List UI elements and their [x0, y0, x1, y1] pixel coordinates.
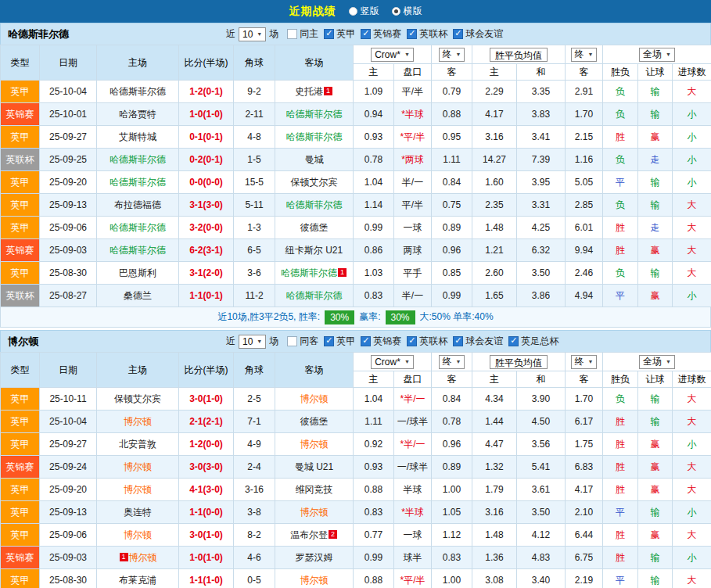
away-team-link[interactable]: 哈德斯菲尔德 — [286, 199, 343, 210]
home-team-link[interactable]: 巴恩斯利 — [119, 267, 156, 278]
away-team-link[interactable]: 维冈竞技 — [296, 484, 333, 495]
bookmaker-select[interactable]: Crow*▼ — [371, 355, 414, 369]
filter-checkbox-同主[interactable]: 同主 — [287, 27, 318, 41]
filter-checkbox-英甲[interactable]: 英甲 — [324, 335, 355, 348]
filter-checkbox-同客[interactable]: 同客 — [287, 335, 318, 348]
away-team-link[interactable]: 彼德堡 — [300, 222, 329, 233]
scope-select[interactable]: 全场▼ — [639, 355, 675, 369]
chevron-down-icon: ▼ — [404, 359, 410, 364]
final-avg-select[interactable]: 终▼ — [571, 48, 598, 62]
away-team-link[interactable]: 纽卡斯尔 U21 — [285, 245, 343, 256]
odds-handicap: 一/球半 — [394, 456, 432, 479]
filter-checkbox-球会友谊[interactable]: 球会友谊 — [453, 335, 503, 348]
match-count-select[interactable]: 10▼ — [239, 27, 266, 41]
league-badge: 英锦赛 — [1, 456, 40, 479]
col-away: 客场 — [275, 45, 354, 81]
home-team-link[interactable]: 北安普敦 — [119, 439, 156, 450]
odds-handicap: 平/半 — [394, 194, 432, 217]
avg-away: 2.10 — [566, 501, 603, 524]
handicap-rate-badge: 30% — [386, 310, 415, 324]
checkbox-unchecked[interactable] — [287, 336, 297, 346]
radio-icon[interactable] — [392, 7, 400, 16]
odds-handicap: 一球 — [394, 217, 432, 239]
home-team-link[interactable]: 哈德斯菲尔德 — [110, 245, 166, 256]
odds-home: 0.93 — [354, 456, 394, 479]
home-team-link[interactable]: 哈德斯菲尔德 — [110, 86, 166, 97]
home-team-link[interactable]: 保顿艾尔宾 — [114, 393, 161, 404]
away-team-link[interactable]: 保顿艾尔宾 — [291, 177, 338, 188]
checkbox-checked[interactable] — [453, 336, 463, 346]
home-team-link[interactable]: 博尔顿 — [124, 484, 152, 495]
col-avg-home: 主 — [472, 371, 517, 388]
away-team-link[interactable]: 史托港 — [295, 86, 323, 97]
away-team-link[interactable]: 博尔顿 — [300, 575, 329, 586]
filter-checkbox-英甲[interactable]: 英甲 — [324, 27, 355, 41]
away-team-cell: 哈德斯菲尔德 — [275, 103, 354, 126]
home-team-link[interactable]: 奥连特 — [124, 507, 152, 518]
odds-home: 1.09 — [354, 81, 394, 103]
away-team-link[interactable]: 博尔顿 — [300, 439, 329, 450]
home-team-link[interactable]: 博尔顿 — [124, 416, 152, 427]
match-row: 英甲25-09-13奥连特1-1(0-0)3-8博尔顿0.83*半球1.053.… — [1, 501, 711, 524]
away-team-link[interactable]: 哈德斯菲尔德 — [286, 131, 343, 142]
checkbox-checked[interactable] — [407, 336, 417, 346]
checkbox-checked[interactable] — [508, 336, 519, 346]
home-team-link[interactable]: 布拉德福德 — [114, 199, 161, 210]
away-team-link[interactable]: 罗瑟汉姆 — [296, 552, 333, 563]
bookmaker-select[interactable]: Crow*▼ — [371, 48, 414, 62]
away-team-link[interactable]: 博尔顿 — [300, 393, 329, 404]
home-team-link[interactable]: 哈德斯菲尔德 — [110, 154, 166, 165]
home-team-link[interactable]: 桑德兰 — [124, 290, 152, 301]
home-team-link[interactable]: 艾斯特城 — [119, 131, 156, 142]
checkbox-checked[interactable] — [324, 29, 334, 39]
near-label: 近 — [226, 335, 235, 348]
away-team-link[interactable]: 博尔顿 — [300, 507, 329, 518]
result-flag: 负 — [603, 388, 638, 411]
match-date: 25-09-24 — [40, 456, 97, 479]
home-team-cell: 奥连特 — [97, 501, 179, 524]
checkbox-checked[interactable] — [453, 29, 463, 39]
away-team-link[interactable]: 曼城 — [305, 154, 324, 165]
checkbox-checked[interactable] — [361, 336, 371, 346]
filter-checkbox-英锦赛[interactable]: 英锦赛 — [361, 27, 401, 41]
final-avg-select[interactable]: 终▼ — [571, 355, 598, 369]
checkbox-label: 英联杯 — [419, 27, 447, 41]
final-odds-select[interactable]: 终▼ — [439, 355, 465, 369]
away-team-link[interactable]: 曼城 U21 — [295, 461, 333, 472]
view-option-vertical[interactable]: 竖版 — [349, 5, 379, 18]
home-team-link[interactable]: 博尔顿 — [124, 461, 152, 472]
home-team-link[interactable]: 哈德斯菲尔德 — [110, 222, 166, 233]
home-team-link[interactable]: 布莱克浦 — [119, 575, 156, 586]
home-team-link[interactable]: 博尔顿 — [129, 552, 157, 563]
filter-checkbox-球会友谊[interactable]: 球会友谊 — [453, 27, 503, 41]
chevron-down-icon: ▼ — [456, 359, 461, 364]
view-option-horizontal[interactable]: 横版 — [392, 5, 422, 18]
match-count-select[interactable]: 10▼ — [239, 335, 266, 349]
checkbox-label: 英锦赛 — [373, 335, 401, 348]
scope-select[interactable]: 全场▼ — [639, 48, 675, 62]
checkbox-unchecked[interactable] — [287, 29, 297, 39]
filter-checkbox-英联杯[interactable]: 英联杯 — [407, 27, 447, 41]
filter-checkbox-英联杯[interactable]: 英联杯 — [407, 335, 447, 348]
away-team-link[interactable]: 哈德斯菲尔德 — [281, 267, 337, 278]
chevron-down-icon: ▼ — [666, 359, 671, 364]
col-date: 日期 — [40, 353, 97, 388]
corners-score: 9-2 — [234, 81, 275, 103]
home-team-link[interactable]: 哈德斯菲尔德 — [110, 177, 166, 188]
home-team-link[interactable]: 哈洛贾特 — [119, 109, 156, 120]
final-odds-select[interactable]: 终▼ — [439, 48, 465, 62]
checkbox-checked[interactable] — [361, 29, 371, 39]
radio-icon[interactable] — [349, 7, 357, 16]
filter-checkbox-英锦赛[interactable]: 英锦赛 — [361, 335, 401, 348]
filter-checkbox-英足总杯[interactable]: 英足总杯 — [508, 335, 558, 348]
away-team-link[interactable]: 彼德堡 — [300, 416, 329, 427]
away-team-link[interactable]: 哈德斯菲尔德 — [286, 109, 343, 120]
final-avg-select-value: 终 — [575, 355, 584, 368]
final-avg-select-cell: 终▼ — [566, 353, 603, 371]
away-team-link[interactable]: 温布尔登 — [290, 529, 328, 540]
away-team-link[interactable]: 哈德斯菲尔德 — [286, 290, 343, 301]
handicap-result-flag: 输 — [638, 501, 673, 524]
checkbox-checked[interactable] — [407, 29, 417, 39]
home-team-link[interactable]: 博尔顿 — [124, 529, 152, 540]
checkbox-checked[interactable] — [324, 336, 334, 346]
